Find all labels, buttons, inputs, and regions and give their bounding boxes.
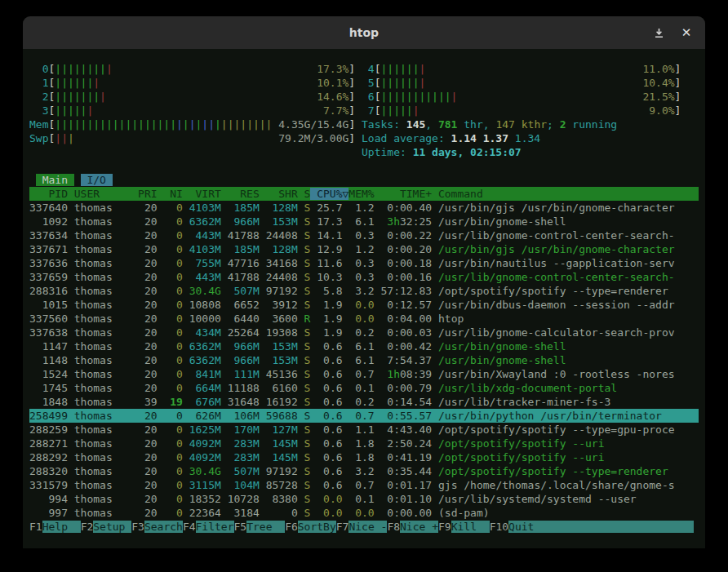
process-row[interactable]: 337659 thomas 20 0 443M 41788 24408 S 10… xyxy=(29,270,699,284)
sort-column-cpu[interactable]: CPU%▽ xyxy=(310,188,348,200)
cpu-meter-4: 4[||||||| 11.0%] xyxy=(362,63,681,75)
process-row[interactable]: 997 thomas 20 0 22364 3184 0 S 0.0 0.0 0… xyxy=(29,506,699,520)
process-row[interactable]: 288271 thomas 20 0 4092M 283M 145M S 0.6… xyxy=(29,437,699,450)
process-row[interactable]: 994 thomas 20 0 18352 10728 8380 S 0.0 0… xyxy=(29,492,699,506)
table-header[interactable]: PID USER PRI NI VIRT RES SHR S CPU%▽MEM%… xyxy=(29,187,699,201)
process-row[interactable]: 1524 thomas 20 0 841M 111M 45136 S 0.6 0… xyxy=(29,367,699,381)
process-row[interactable]: 1015 thomas 20 0 10808 6652 3912 S 1.9 0… xyxy=(29,298,699,312)
fkey-f4[interactable]: F4 xyxy=(183,521,196,533)
process-row[interactable]: 288320 thomas 20 0 30.4G 507M 97192 S 0.… xyxy=(29,464,699,478)
process-row[interactable]: 288316 thomas 20 0 30.4G 507M 97192 S 5.… xyxy=(29,284,699,298)
download-icon-svg xyxy=(654,28,664,38)
process-row[interactable]: 337634 thomas 20 0 443M 41788 24408 S 14… xyxy=(29,228,699,242)
titlebar-buttons: ✕ xyxy=(651,16,694,49)
cpu-meter-row: 1[||||||| 10.1%] 5[||||||| 10.4%] xyxy=(29,76,699,90)
fkey-label-quit[interactable]: Quit xyxy=(508,521,547,533)
cpu-meter-row: 3[|||||| 7.7%] 7[|||||| 9.0%] xyxy=(29,104,699,118)
process-row[interactable]: 258499 thomas 20 0 626M 106M 59688 S 0.6… xyxy=(29,409,699,423)
cpu-meter-1: 1[||||||| 10.1%] xyxy=(29,77,355,89)
process-row[interactable]: 288292 thomas 20 0 4092M 283M 145M S 0.6… xyxy=(29,450,699,464)
fkey-label-nice-[interactable]: Nice + xyxy=(400,521,438,533)
process-row[interactable]: 1745 thomas 20 0 664M 11188 6160 S 0.6 0… xyxy=(29,381,699,395)
process-row[interactable]: 337638 thomas 20 0 434M 25264 19308 S 1.… xyxy=(29,326,699,339)
uptime-row: Uptime: 11 days, 02:15:07 xyxy=(29,145,699,159)
fkey-f3[interactable]: F3 xyxy=(131,521,144,533)
process-row[interactable]: 337640 thomas 20 0 4103M 185M 128M S 25.… xyxy=(29,201,699,215)
tab-io[interactable]: I/O xyxy=(81,174,113,186)
tasks-summary: Tasks: 145, 781 thr, 147 kthr; 2 running xyxy=(362,118,617,131)
fkey-label-tree[interactable]: Tree xyxy=(246,521,285,533)
desktop: htop ✕ 0[||||||||| 17.3%] 4[||||||| xyxy=(0,0,728,572)
function-key-bar: F1Help F2Setup F3SearchF4FilterF5Tree F6… xyxy=(29,520,699,534)
process-row[interactable]: 288259 thomas 20 0 1625M 170M 127M S 0.6… xyxy=(29,423,699,437)
window-title: htop xyxy=(349,26,379,39)
cpu-meter-0: 0[||||||||| 17.3%] xyxy=(29,63,355,75)
cpu-meter-row: 0[||||||||| 17.3%] 4[||||||| 11.0%] xyxy=(29,62,699,76)
fkey-label-setup[interactable]: Setup xyxy=(93,521,131,533)
process-row[interactable]: 337560 thomas 20 0 10000 6440 3600 R 1.9… xyxy=(29,312,699,326)
process-row[interactable]: 1148 thomas 20 0 6362M 966M 153M S 0.6 6… xyxy=(29,353,699,367)
process-row[interactable]: 331579 thomas 20 0 3115M 104M 85728 S 0.… xyxy=(29,478,699,492)
fkey-label-help[interactable]: Help xyxy=(42,521,81,533)
process-row[interactable]: 1848 thomas 39 19 676M 31648 16192 S 0.6… xyxy=(29,395,699,409)
fkey-f1[interactable]: F1 xyxy=(29,521,42,533)
cpu-meter-7: 7[|||||| 9.0%] xyxy=(362,104,681,117)
fkey-f7[interactable]: F7 xyxy=(336,521,349,533)
memory-meter: Mem[|||||||||||||||||||||||||||||||||| 4… xyxy=(29,118,355,131)
mem-row: Mem[|||||||||||||||||||||||||||||||||| 4… xyxy=(29,118,699,131)
download-icon[interactable] xyxy=(651,25,666,40)
screen-tabs: Main I/O xyxy=(29,173,699,187)
swap-meter: Swp[||| 79.2M/3.00G] xyxy=(29,132,355,144)
titlebar[interactable]: htop ✕ xyxy=(23,16,705,49)
load-average: Load average: 1.14 1.37 1.34 xyxy=(362,132,540,144)
cpu-meter-6: 6[|||||||||||| 21.5%] xyxy=(362,91,681,103)
blank-line xyxy=(29,159,699,173)
fkey-f8[interactable]: F8 xyxy=(387,521,400,533)
fkey-f6[interactable]: F6 xyxy=(285,521,298,533)
close-icon[interactable]: ✕ xyxy=(679,25,694,40)
process-row[interactable]: 1092 thomas 20 0 6362M 966M 153M S 17.3 … xyxy=(29,215,699,228)
cpu-meter-5: 5[||||||| 10.4%] xyxy=(362,77,681,89)
cpu-meter-3: 3[|||||| 7.7%] xyxy=(29,104,355,117)
fkey-label-kill[interactable]: Kill xyxy=(451,521,490,533)
fkey-label-sortby[interactable]: SortBy xyxy=(298,521,336,533)
cpu-meter-2: 2[|||||||| 14.6%] xyxy=(29,91,355,103)
fkey-label-nice-[interactable]: Nice - xyxy=(348,521,387,533)
fkey-f2[interactable]: F2 xyxy=(81,521,94,533)
fkey-label-filter[interactable]: Filter xyxy=(196,521,234,533)
fkey-label-search[interactable]: Search xyxy=(144,521,183,533)
cpu-meter-row: 2[|||||||| 14.6%] 6[|||||||||||| 21.5%] xyxy=(29,90,699,104)
fkey-f10[interactable]: F10 xyxy=(490,521,508,533)
process-row[interactable]: 1147 thomas 20 0 6362M 966M 153M S 0.6 6… xyxy=(29,339,699,353)
uptime: Uptime: 11 days, 02:15:07 xyxy=(362,146,522,158)
swap-row: Swp[||| 79.2M/3.00G] Load average: 1.14 … xyxy=(29,131,699,145)
process-row[interactable]: 337671 thomas 20 0 4103M 185M 128M S 12.… xyxy=(29,242,699,256)
terminal-window: htop ✕ 0[||||||||| 17.3%] 4[||||||| xyxy=(23,16,705,548)
process-row[interactable]: 337636 thomas 20 0 755M 47716 34168 S 11… xyxy=(29,256,699,270)
htop-screen: 0[||||||||| 17.3%] 4[||||||| 11.0%] 1[||… xyxy=(23,49,705,548)
tab-main[interactable]: Main xyxy=(36,174,74,186)
fkey-f5[interactable]: F5 xyxy=(234,521,247,533)
fkey-f9[interactable]: F9 xyxy=(438,521,451,533)
